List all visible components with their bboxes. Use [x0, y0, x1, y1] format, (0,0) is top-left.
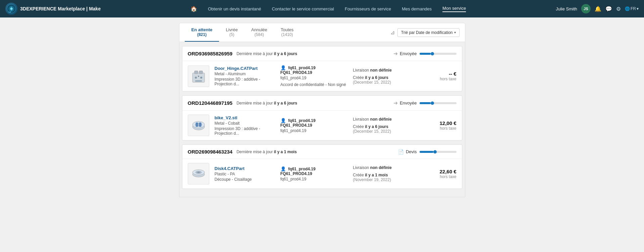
brand-logo-area: V,R 3DEXPERIENCE Marketplace | Make — [5, 3, 101, 15]
nav-service-providers[interactable]: Fournisseurs de service — [345, 6, 391, 11]
delivery-value: non définie — [370, 117, 392, 122]
delivery-label: Livraison — [353, 68, 370, 73]
order-header: ORD120446897195 Dernière mise à jour il … — [182, 96, 462, 111]
created-prefix: Créée — [353, 173, 365, 177]
order-status: ➜ Envoyée — [393, 50, 417, 57]
part-thumb-svg — [190, 165, 207, 182]
part-name: bike_V2.stl — [215, 115, 275, 120]
tab-pending[interactable]: En attente (821) — [185, 23, 219, 42]
created-label: Créée il y a 1 mois — [353, 173, 414, 177]
tab-cancelled-count: (584) — [251, 32, 267, 37]
order-updated: Dernière mise à jour il y a 1 mois — [237, 150, 297, 154]
supplier-details: 👤 fq61_prod4.19 FQ61_PROD4.19 fq61_prod4… — [281, 65, 348, 87]
tab-delivered-label: Livrée — [226, 27, 238, 32]
order-status: 📄 Devis — [398, 149, 417, 155]
tab-cancelled[interactable]: Annulée (584) — [245, 23, 274, 42]
tab-all[interactable]: Toutes (1410) — [274, 23, 300, 42]
svg-point-11 — [198, 76, 199, 77]
settings-icon[interactable]: ⚙ — [616, 6, 621, 12]
supplier-people-icon: 👤 — [281, 65, 286, 70]
part-details: Door_Hinge.CATPart Metal - Aluminum Impr… — [215, 66, 275, 86]
nav-my-service[interactable]: Mon service — [442, 6, 466, 12]
brand-logo-icon: V,R — [5, 3, 17, 15]
order-progress-fill — [420, 53, 431, 55]
order-updated-value: il y a 1 mois — [274, 150, 297, 154]
tab-pending-count: (821) — [191, 32, 213, 37]
part-name: Door_Hinge.CATPart — [215, 66, 275, 71]
price-tax: hors taxe — [439, 126, 456, 131]
supplier-id: fq61_prod4.19 — [281, 76, 348, 80]
part-details: Disk4.CATPart Plastic - PA Découpe - Cis… — [215, 166, 275, 182]
delivery-label: Livraison — [353, 165, 370, 170]
brand-name: 3DEXPERIENCE Marketplace | Make — [20, 6, 101, 11]
tabs-list: En attente (821) Livrée (5) Annulée (584… — [185, 23, 300, 42]
order-updated: Dernière mise à jour il y a 6 jours — [237, 51, 297, 56]
order-updated-prefix: Dernière mise à jour — [237, 101, 274, 106]
part-material: Metal - Cobalt — [215, 121, 275, 126]
part-thumbnail — [188, 66, 209, 87]
part-process: Découpe - Cisaillage — [215, 177, 275, 182]
part-thumbnail — [188, 115, 209, 136]
part-thumb-svg — [190, 68, 207, 85]
svg-rect-10 — [195, 80, 202, 82]
nda-info: Accord de confidentialité - Non signé — [281, 82, 348, 87]
language-selector[interactable]: 🌐 FR ▾ — [625, 6, 639, 11]
supplier-details: 👤 fq61_prod4.19 FQ61_PROD4.19 fq61_prod4… — [281, 166, 348, 181]
nav-links-center: 🏠 Obtenir un devis instantané Contacter … — [101, 6, 556, 12]
created-label: Créée il y a 6 jours — [353, 124, 414, 129]
price-amount: -- € — [440, 71, 456, 77]
part-thumbnail — [188, 163, 209, 184]
tab-delivered[interactable]: Livrée (5) — [219, 23, 244, 42]
order-header: ORD936985826959 Dernière mise à jour il … — [182, 46, 462, 61]
tab-cancelled-label: Annulée — [251, 27, 267, 32]
lang-dropdown-arrow: ▾ — [637, 6, 639, 11]
supplier-name-line: 👤 fq61_prod4.19 FQ61_PROD4.19 — [281, 65, 348, 75]
supplier-details: 👤 fq61_prod4.19 FQ61_PROD4.19 fq61_prod4… — [281, 118, 348, 133]
supplier-id: fq61_prod4.19 — [281, 177, 348, 181]
part-process: Impression 3D : additive - Projection d.… — [215, 126, 275, 136]
supplier-people-icon: 👤 — [281, 118, 286, 123]
nav-my-requests[interactable]: Mes demandes — [402, 6, 432, 11]
svg-rect-15 — [196, 123, 198, 127]
order-progress-dot — [431, 101, 434, 105]
sort-dropdown[interactable]: Trié par Date de modification ▾ — [397, 28, 460, 37]
notification-bell-icon[interactable]: 🔔 — [595, 6, 601, 12]
created-value: il y a 6 jours — [365, 124, 388, 129]
order-status-area: ➜ Envoyée — [393, 100, 457, 106]
svg-point-9 — [200, 77, 202, 79]
home-icon[interactable]: 🏠 — [190, 6, 197, 12]
nav-contact-sales[interactable]: Contacter le service commercial — [272, 6, 334, 11]
supplier-id: fq61_prod4.19 — [281, 128, 348, 133]
part-material: Metal - Aluminum — [215, 72, 275, 76]
order-item-row: bike_V2.stl Metal - Cobalt Impression 3D… — [182, 111, 462, 140]
delivery-value: non définie — [370, 68, 392, 73]
chat-icon[interactable]: 💬 — [605, 6, 612, 12]
tab-pending-label: En attente — [191, 27, 213, 32]
delivery-details: Livraison non définie Créée il y a 6 jou… — [353, 117, 414, 134]
order-status: ➜ Envoyée — [393, 100, 417, 106]
tabs-filter-bar: En attente (821) Livrée (5) Annulée (584… — [179, 23, 465, 42]
order-status-area: ➜ Envoyée — [393, 50, 457, 57]
order-updated-value: il y a 6 jours — [274, 101, 297, 106]
order-card: ORD120446897195 Dernière mise à jour il … — [182, 95, 462, 140]
language-label: FR — [631, 6, 636, 11]
delivery-label: Livraison — [353, 117, 370, 122]
sort-dropdown-arrow: ▾ — [454, 31, 456, 34]
price-tax: hors taxe — [439, 174, 456, 179]
svg-point-3 — [10, 8, 12, 10]
order-updated-value: il y a 6 jours — [274, 51, 297, 56]
filter-icon[interactable]: ⊿ — [390, 29, 395, 36]
svg-rect-16 — [199, 123, 201, 127]
user-avatar[interactable]: JS — [581, 4, 591, 13]
part-thumb-svg — [190, 117, 207, 134]
order-status-label: Envoyée — [400, 51, 417, 56]
created-date: (November 19, 2022) — [353, 177, 414, 182]
part-name: Disk4.CATPart — [215, 166, 275, 171]
order-progress-fill — [420, 102, 431, 104]
filter-sort-area: ⊿ Trié par Date de modification ▾ — [390, 28, 460, 37]
order-progress-dot — [431, 52, 434, 55]
nav-instant-quote[interactable]: Obtenir un devis instantané — [208, 6, 261, 11]
delivery-details: Livraison non définie Créée il y a 6 jou… — [353, 68, 414, 85]
order-status-label: Devis — [406, 149, 417, 154]
top-navigation: V,R 3DEXPERIENCE Marketplace | Make 🏠 Ob… — [0, 0, 644, 17]
